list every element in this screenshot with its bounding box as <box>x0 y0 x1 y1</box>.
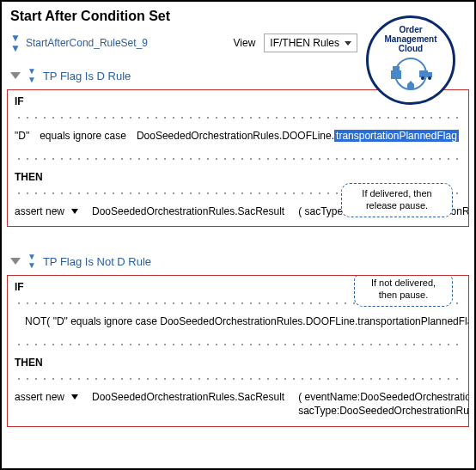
expand-all-icon[interactable]: ▼▼ <box>10 33 21 53</box>
view-select[interactable]: IF/THEN Rules <box>264 34 357 52</box>
rule2-title[interactable]: TP Flag Is Not D Rule <box>43 255 151 268</box>
expand-icon[interactable]: ▼▼ <box>27 67 36 84</box>
cond-field-highlighted[interactable]: transportationPlannedFlag <box>334 130 459 142</box>
badge-graphic-icon <box>385 55 436 93</box>
assert-target: DooSeededOrchestrationRules.SacResult <box>92 205 284 217</box>
rule2-callout: If not delivered, then pause. <box>354 275 453 307</box>
rule2-action: assert new DooSeededOrchestrationRules.S… <box>15 391 461 418</box>
cond-left: "D" <box>15 130 29 142</box>
rule1-callout: If delivered, then release pause. <box>341 183 453 217</box>
chevron-down-icon <box>345 41 351 46</box>
rule2-condition: NOT( "D" equals ignore case DooSeededOrc… <box>15 315 461 327</box>
badge-line2: Management <box>384 34 436 44</box>
svg-rect-3 <box>419 70 428 77</box>
dotted-separator <box>15 152 461 161</box>
cond-qualifier: DooSeededOrchestrationRules.DOOFLine. <box>137 130 334 142</box>
assert-dropdown-icon[interactable] <box>71 209 78 214</box>
dotted-separator <box>15 338 461 346</box>
expand-icon[interactable]: ▼▼ <box>27 253 36 270</box>
assert-target: DooSeededOrchestrationRules.SacResult <box>92 391 284 403</box>
svg-point-5 <box>421 76 424 80</box>
dotted-separator <box>15 372 461 381</box>
then-keyword: THEN <box>15 171 461 183</box>
ruleset-name[interactable]: StartAfterCond_RuleSet_9 <box>26 37 148 49</box>
then-keyword: THEN <box>15 357 461 369</box>
assert-args2: sacType:DooSeededOrchestrationRule <box>298 405 469 417</box>
view-label: View <box>234 37 256 49</box>
dotted-separator <box>15 111 461 119</box>
cond-op: equals ignore case <box>40 130 126 142</box>
assert-args1: ( eventName:DooSeededOrchestration <box>298 391 469 403</box>
assert-label: assert new <box>15 391 64 403</box>
brand-badge: Order Management Cloud <box>366 15 455 105</box>
rule1-title[interactable]: TP Flag Is D Rule <box>43 70 131 82</box>
assert-dropdown-icon[interactable] <box>71 394 78 400</box>
collapse-icon[interactable] <box>10 258 21 265</box>
badge-line1: Order <box>399 25 422 34</box>
rule2-box: If not delivered, then pause. IF NOT( "D… <box>7 275 469 427</box>
rule2-header: ▼▼ TP Flag Is Not D Rule <box>2 244 474 275</box>
rule1-condition: "D" equals ignore case DooSeededOrchestr… <box>15 130 461 142</box>
view-value: IF/THEN Rules <box>270 37 339 49</box>
svg-rect-2 <box>393 66 400 70</box>
badge-line3: Cloud <box>399 44 423 53</box>
assert-label: assert new <box>15 205 64 217</box>
rule1-box: IF "D" equals ignore case DooSeededOrche… <box>7 89 469 227</box>
svg-rect-1 <box>391 70 401 79</box>
svg-point-6 <box>428 76 431 80</box>
collapse-icon[interactable] <box>10 72 21 79</box>
cond-line-text: NOT( "D" equals ignore case DooSeededOrc… <box>25 315 469 327</box>
